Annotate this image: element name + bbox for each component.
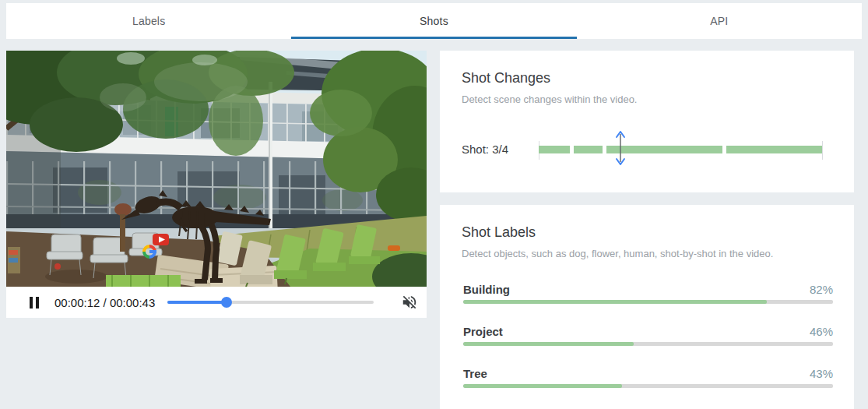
tab-api[interactable]: API [577, 3, 862, 39]
label-confidence: 82% [810, 283, 833, 296]
video-time-display: 00:00:12 / 00:00:43 [54, 296, 155, 309]
label-rows: Building 82% Project 46% Tree 43% [463, 283, 833, 388]
shot-labels-title: Shot Labels [462, 224, 854, 241]
label-name: Project [463, 325, 503, 338]
label-confidence: 46% [810, 325, 833, 338]
tab-api-text: API [710, 15, 728, 27]
confidence-bar [463, 384, 833, 388]
shot-timeline[interactable] [539, 129, 823, 167]
shot-changes-title: Shot Changes [462, 70, 854, 86]
tab-bar: Labels Shots API [6, 3, 862, 39]
label-confidence: 43% [810, 367, 833, 380]
video-controls: 00:00:12 / 00:00:43 [6, 287, 427, 318]
confidence-bar [463, 300, 833, 304]
seek-progress [167, 301, 227, 304]
confidence-fill [463, 342, 634, 346]
tab-shots[interactable]: Shots [291, 3, 576, 39]
shot-labels-subtitle: Detect objects, such as dog, flower, hum… [462, 248, 854, 259]
shot-marker-chevrons-icon[interactable] [614, 129, 627, 167]
seek-slider[interactable] [167, 296, 374, 309]
video-frame[interactable] [6, 51, 427, 287]
timeline-end-edge [822, 141, 823, 160]
youtube-logo [153, 234, 169, 245]
tab-active-underline [291, 37, 576, 39]
label-name: Building [463, 283, 510, 296]
shot-changes-panel: Shot Changes Detect scene changes within… [440, 51, 854, 192]
shot-labels-panel: Shot Labels Detect objects, such as dog,… [440, 205, 854, 409]
confidence-bar [463, 342, 833, 346]
label-row-tree: Tree 43% [463, 367, 833, 388]
tab-labels[interactable]: Labels [6, 3, 291, 39]
tab-shots-text: Shots [420, 15, 448, 27]
label-name: Tree [463, 367, 487, 380]
confidence-fill [463, 300, 767, 304]
shot-segment[interactable] [574, 146, 603, 153]
confidence-fill [463, 384, 622, 388]
shot-segment[interactable] [726, 146, 822, 153]
current-shot-label: Shot: 3/4 [462, 143, 508, 156]
volume-muted-icon[interactable] [401, 294, 418, 311]
seek-thumb[interactable] [221, 297, 232, 308]
label-row-building: Building 82% [463, 283, 833, 304]
pause-icon[interactable] [30, 297, 39, 309]
video-player: 00:00:12 / 00:00:43 [6, 51, 427, 318]
shot-changes-subtitle: Detect scene changes within the video. [462, 93, 854, 105]
shot-segment[interactable] [539, 146, 570, 153]
label-row-project: Project 46% [463, 325, 833, 346]
tab-labels-text: Labels [132, 15, 165, 27]
